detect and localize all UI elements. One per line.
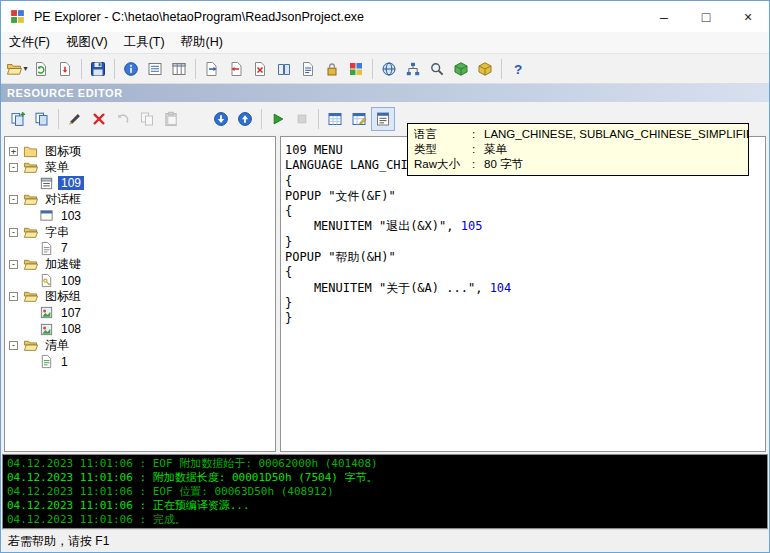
main-toolbar: ▾? xyxy=(1,54,769,84)
section-headers-button[interactable] xyxy=(143,57,167,81)
tree-item-dialog-103[interactable]: 103 xyxy=(5,208,275,224)
delete-x-icon xyxy=(91,111,107,127)
tooltip-key: Raw大小 xyxy=(414,157,472,172)
dump-button[interactable] xyxy=(53,57,77,81)
headers-info-button[interactable] xyxy=(119,57,143,81)
code-line: } xyxy=(285,296,761,311)
tree-item-icon-group-108[interactable]: 108 xyxy=(5,321,275,337)
collapse-icon[interactable]: - xyxy=(9,163,18,172)
props-icon xyxy=(375,111,391,127)
properties-button[interactable] xyxy=(371,107,395,131)
title-bar[interactable]: PE Explorer - C:\hetao\hetaoProgram\Read… xyxy=(1,1,769,32)
resource-tooltip: 语言:LANG_CHINESE, SUBLANG_CHINESE_SIMPLIF… xyxy=(407,123,749,176)
edit-resource-button[interactable] xyxy=(63,107,87,131)
tree-item-label: 109 xyxy=(58,176,84,190)
close-button[interactable]: × xyxy=(727,1,769,32)
app-icon xyxy=(9,8,26,25)
paste-button[interactable] xyxy=(159,107,183,131)
folder-open-icon xyxy=(23,338,38,353)
tree-item-label: 108 xyxy=(58,322,84,336)
menu-tools[interactable]: 工具(T) xyxy=(116,32,173,53)
resource-source-view[interactable]: 109 MENULANGUAGE LANG_CHINESE, SUBLANG_C… xyxy=(280,136,766,452)
up-circle-icon xyxy=(237,111,253,127)
undo-button[interactable] xyxy=(111,107,135,131)
import-view-button[interactable] xyxy=(224,57,248,81)
tree-item-menu-folder[interactable]: -菜单 xyxy=(5,159,275,175)
maximize-button[interactable]: □ xyxy=(685,1,727,32)
res-menu-icon xyxy=(39,176,54,191)
help-button[interactable]: ? xyxy=(506,57,530,81)
delete-resource-button[interactable] xyxy=(87,107,111,131)
delay-import-button[interactable] xyxy=(248,57,272,81)
tree-item-label: 107 xyxy=(58,306,84,320)
collapse-icon[interactable]: - xyxy=(9,260,18,269)
tree-item-dialog-folder[interactable]: -对话框 xyxy=(5,192,275,208)
duplicate-resource-button[interactable] xyxy=(30,107,54,131)
tree-item-icon-group-107[interactable]: 107 xyxy=(5,305,275,321)
expand-icon[interactable]: + xyxy=(9,147,18,156)
tree-item-string-7[interactable]: 7 xyxy=(5,240,275,256)
security-button[interactable] xyxy=(320,57,344,81)
folder-open-icon xyxy=(23,289,38,304)
tree-item-label: 字串 xyxy=(42,224,72,241)
collapse-icon[interactable]: - xyxy=(9,292,18,301)
tree-item-accelerator-109[interactable]: 109 xyxy=(5,273,275,289)
plugins-button[interactable] xyxy=(473,57,497,81)
status-bar: 若需帮助，请按 F1 xyxy=(1,529,769,552)
code-line: } xyxy=(285,311,761,326)
collapse-icon[interactable]: - xyxy=(9,228,18,237)
menu-view[interactable]: 视图(V) xyxy=(58,32,116,53)
code-line: MENUITEM "退出(&X)", 105 xyxy=(285,219,761,234)
menu-help[interactable]: 帮助(H) xyxy=(173,32,231,53)
next-resource-button[interactable] xyxy=(209,107,233,131)
stop-button[interactable] xyxy=(290,107,314,131)
prev-resource-button[interactable] xyxy=(233,107,257,131)
toolbar-spacer xyxy=(183,118,209,119)
tree-item-icon-entries[interactable]: +图标项 xyxy=(5,143,275,159)
tree-item-menu-109[interactable]: 109 xyxy=(5,175,275,191)
reload-button[interactable] xyxy=(29,57,53,81)
resource-editor-title: RESOURCE EDITOR xyxy=(7,87,123,99)
data-directories-button[interactable] xyxy=(167,57,191,81)
menu-file[interactable]: 文件(F) xyxy=(1,32,58,53)
dependency-scanner-button[interactable] xyxy=(377,57,401,81)
tree-item-label: 109 xyxy=(58,274,84,288)
add-resource-button[interactable] xyxy=(6,107,30,131)
disassembler-button[interactable] xyxy=(449,57,473,81)
export-view-button[interactable] xyxy=(200,57,224,81)
debug-info-button[interactable] xyxy=(296,57,320,81)
tooltip-colon: : xyxy=(472,142,484,157)
tree-item-string-folder[interactable]: -字串 xyxy=(5,224,275,240)
editor-view-button[interactable] xyxy=(323,107,347,131)
tree-item-accelerator-folder[interactable]: -加速键 xyxy=(5,256,275,272)
compile-button[interactable] xyxy=(266,107,290,131)
open-button[interactable]: ▾ xyxy=(5,57,29,81)
relocations-button[interactable] xyxy=(272,57,296,81)
tree-item-manifest-1[interactable]: 1 xyxy=(5,353,275,369)
folder-open-icon xyxy=(6,61,22,77)
tree-item-manifest-folder[interactable]: -清单 xyxy=(5,337,275,353)
resource-tree[interactable]: +图标项-菜单109-对话框103-字串7-加速键109-图标组107108-清… xyxy=(4,136,276,452)
resource-editor-header: RESOURCE EDITOR xyxy=(1,84,769,102)
collapse-icon[interactable]: - xyxy=(9,195,18,204)
copy-button[interactable] xyxy=(135,107,159,131)
raw-edit-button[interactable] xyxy=(347,107,371,131)
tooltip-colon: : xyxy=(472,127,484,142)
dropdown-caret-icon[interactable]: ▾ xyxy=(23,64,27,73)
toolbar-separator xyxy=(261,109,262,129)
doc-arrow-right-icon xyxy=(204,61,220,77)
tree-item-icon-group-folder[interactable]: -图标组 xyxy=(5,289,275,305)
search-icon xyxy=(429,61,445,77)
log-panel[interactable]: 04.12.2023 11:01:06 : EOF 附加数据始于: 000620… xyxy=(2,454,768,529)
collapse-icon[interactable]: - xyxy=(9,341,18,350)
save-button[interactable] xyxy=(86,57,110,81)
structure-viewer-button[interactable] xyxy=(401,57,425,81)
search-button[interactable] xyxy=(425,57,449,81)
minimize-button[interactable]: – xyxy=(643,1,685,32)
tooltip-value: 菜单 xyxy=(484,142,507,157)
resource-editor-button[interactable] xyxy=(344,57,368,81)
menu-bar: 文件(F)视图(V)工具(T)帮助(H) xyxy=(1,32,769,54)
edit-pen-icon xyxy=(67,111,83,127)
log-line: 04.12.2023 11:01:06 : EOF 位置: 00063D50h … xyxy=(7,485,763,499)
stop-icon xyxy=(294,111,310,127)
